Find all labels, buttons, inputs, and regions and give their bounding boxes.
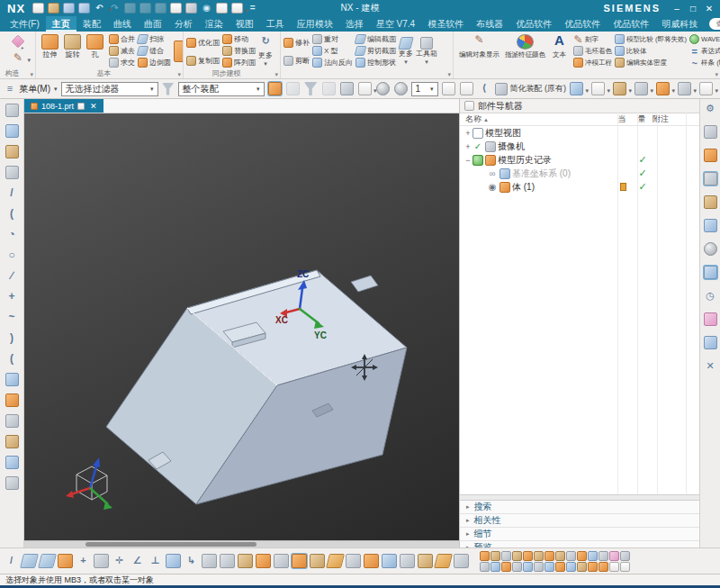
boolean-pair-icon[interactable]	[310, 554, 325, 568]
patch-button[interactable]: 修补	[284, 38, 310, 48]
tree-row[interactable]: + 模型视图	[460, 126, 699, 140]
solid-body[interactable]	[106, 270, 407, 504]
column-header[interactable]: 名称▲	[460, 113, 613, 125]
ribbon-tab[interactable]: 应用模块	[291, 16, 339, 32]
mini-tool-5[interactable]	[501, 551, 511, 561]
sketch-curve-icon[interactable]	[12, 52, 24, 65]
mini-tool-7[interactable]	[512, 551, 522, 561]
search-input[interactable]	[714, 19, 720, 29]
mini-tool-27[interactable]	[620, 551, 630, 561]
ribbon-tab[interactable]: 工具	[260, 16, 291, 32]
ribbon-tab[interactable]: 渲染	[199, 16, 230, 32]
ribbon-tab[interactable]: 明威科技	[655, 16, 704, 32]
datum-csys[interactable]	[66, 457, 112, 510]
ribbon-tab[interactable]: 主页	[46, 16, 76, 32]
window-gallery-icon[interactable]	[170, 3, 182, 14]
save-as-icon[interactable]	[78, 3, 90, 14]
sheet-gray-icon[interactable]	[346, 554, 361, 568]
check-cell[interactable]: ✓	[633, 154, 652, 166]
optimize-face-button[interactable]: 优化面	[186, 38, 220, 48]
mini-tool-4[interactable]	[490, 562, 500, 572]
command-search[interactable]	[709, 18, 720, 30]
tree-row[interactable]: + ✓ 摄像机	[460, 140, 699, 153]
wing-surface-icon[interactable]	[418, 554, 433, 568]
active-select-icon[interactable]	[292, 554, 307, 568]
mini-tool-12[interactable]	[534, 562, 544, 572]
menu-button[interactable]: ≡ 菜单(M)▾	[4, 83, 58, 95]
paste-object-icon[interactable]	[460, 82, 473, 95]
curve-icon[interactable]: (	[5, 352, 19, 366]
panel-section[interactable]: ▸相关性	[460, 514, 699, 528]
compare-body-button[interactable]: 比较体	[615, 45, 687, 57]
tree-row[interactable]: 体 (1) ✓	[460, 180, 699, 194]
text-button[interactable]: A 文本	[548, 33, 571, 69]
mini-tool-11[interactable]	[534, 551, 544, 561]
text-curve-icon[interactable]	[5, 476, 19, 490]
arc-icon[interactable]: (	[5, 207, 19, 221]
engrave-button[interactable]: 刻字	[573, 33, 612, 45]
sphere-a-icon[interactable]	[376, 82, 390, 95]
open-file-icon[interactable]	[48, 3, 59, 14]
mini-tool-17[interactable]	[566, 551, 576, 561]
realign-button[interactable]: 重对	[312, 33, 353, 45]
pyramid-icon[interactable]	[454, 554, 469, 568]
mini-tool-21[interactable]	[588, 551, 598, 561]
ribbon-tab[interactable]: 曲面	[138, 16, 168, 32]
ribbon-tab[interactable]: 曲线	[107, 16, 138, 32]
part-find-icon[interactable]	[704, 219, 717, 232]
feature-gear-icon[interactable]	[238, 554, 253, 568]
tree-row[interactable]: − 模型历史记录 ✓	[460, 153, 699, 167]
copy-face-button[interactable]: 复制面	[186, 56, 220, 66]
boss-icon[interactable]	[174, 41, 184, 62]
sew-button[interactable]: 缝合	[138, 45, 171, 57]
mini-tool-8[interactable]	[512, 562, 522, 572]
edge-blend-button[interactable]: 边倒圆	[138, 57, 171, 68]
ribbon-tab[interactable]: 优品软件	[607, 16, 655, 32]
ribbon-tab[interactable]: 视图	[230, 16, 260, 32]
mini-tool-25[interactable]	[609, 551, 619, 561]
extrude-button[interactable]: 拉伸	[39, 33, 61, 69]
orient-view-icon[interactable]	[613, 82, 626, 95]
toolbox-button[interactable]: 工具箱▾	[416, 33, 437, 69]
csys-axis-icon[interactable]: ⊥	[148, 554, 163, 568]
mini-tool-6[interactable]	[501, 562, 511, 572]
display-cube-icon[interactable]	[634, 82, 648, 95]
unite-button[interactable]: 合并	[109, 33, 135, 45]
copy-icon[interactable]	[140, 3, 151, 14]
control-shape-button[interactable]: 控制形状	[356, 57, 396, 68]
intersect-button[interactable]: 求交	[109, 57, 135, 68]
settings-gear-icon[interactable]: ⚙	[704, 102, 717, 115]
helix-icon[interactable]	[5, 373, 19, 386]
subtract-button[interactable]: 减去	[109, 45, 135, 57]
node-state-icon[interactable]	[487, 168, 498, 179]
node-state-icon[interactable]	[472, 128, 483, 139]
die-engineering-button[interactable]: 冲模工程	[573, 57, 612, 68]
sketch-tool-icon[interactable]	[58, 554, 73, 568]
cube-pair-icon[interactable]	[400, 554, 415, 568]
pattern-face-button[interactable]: 阵列面	[222, 57, 256, 68]
ribbon-tab[interactable]: 文件(F)	[4, 16, 46, 32]
mini-tool-28[interactable]	[620, 562, 630, 572]
select-highlight-icon[interactable]	[268, 82, 282, 95]
mini-tool-26[interactable]	[609, 562, 619, 572]
sphere-b-icon[interactable]	[394, 82, 408, 95]
cone-axis-icon[interactable]	[382, 554, 397, 568]
ribbon-tab[interactable]: 模圣软件	[421, 16, 470, 32]
new-file-icon[interactable]	[32, 3, 44, 14]
feature-color-icon[interactable]	[704, 149, 717, 162]
ribbon-tab[interactable]: 分析	[168, 16, 199, 32]
filter-icon[interactable]	[162, 83, 175, 95]
offset-arrow-icon[interactable]: ↳	[184, 554, 199, 568]
clip-section-button[interactable]: 剪切截面	[356, 45, 396, 57]
add-rect-icon[interactable]	[358, 82, 372, 95]
unite-tool-icon[interactable]	[202, 554, 217, 568]
undo-icon[interactable]: ↶	[94, 3, 105, 14]
point-line-icon[interactable]: ∕	[5, 269, 19, 283]
spline-icon[interactable]: ~	[5, 311, 19, 324]
mini-tool-10[interactable]	[523, 562, 533, 572]
ribbon-tab[interactable]: 优品软件	[558, 16, 607, 32]
surface-more-button[interactable]: 更多▾	[399, 33, 413, 69]
x-form-button[interactable]: X 型	[312, 45, 353, 57]
web-browser-icon[interactable]	[704, 266, 717, 279]
ribbon-tab[interactable]: 装配	[76, 16, 107, 32]
